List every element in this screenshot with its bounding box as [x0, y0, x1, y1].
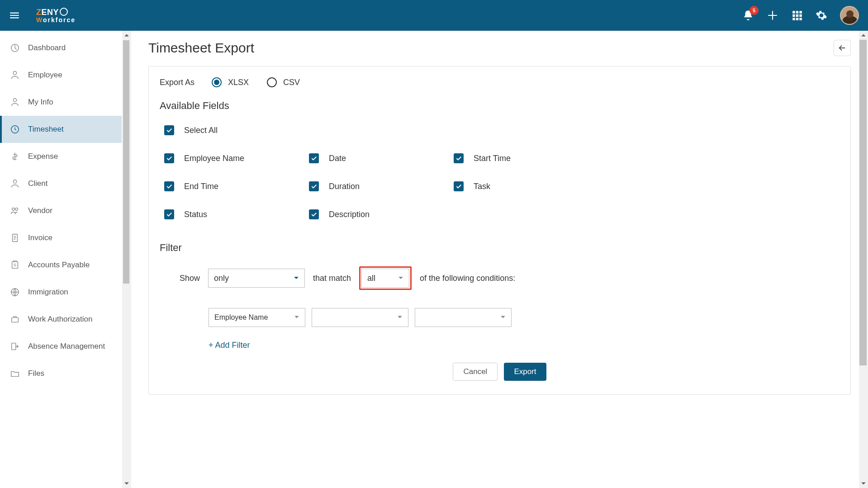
plus-icon	[767, 9, 778, 21]
checkbox-icon	[309, 181, 319, 191]
field-label: Employee Name	[184, 154, 244, 163]
header-actions: 5	[742, 6, 859, 25]
svg-rect-11	[12, 343, 16, 350]
field-checkbox-status[interactable]: Status	[164, 209, 309, 219]
people-icon	[10, 206, 20, 216]
person-icon	[10, 97, 20, 107]
format-radio-xlsx[interactable]: XLSX	[212, 77, 249, 87]
sidebar-scrollbar[interactable]	[122, 31, 131, 488]
folder-icon	[10, 369, 20, 379]
chevron-down-icon	[500, 313, 506, 322]
sidebar-item-label: Absence Management	[28, 342, 105, 351]
field-label: Start Time	[474, 154, 511, 163]
gear-icon	[816, 9, 827, 21]
scroll-up-button[interactable]	[859, 31, 868, 40]
checkbox-icon	[164, 209, 174, 219]
sidebar-item-accounts-payable[interactable]: Accounts Payable	[0, 251, 122, 279]
scrollbar-thumb[interactable]	[123, 40, 130, 284]
svg-point-1	[13, 71, 16, 75]
user-avatar[interactable]	[840, 6, 859, 25]
person-icon	[10, 70, 20, 80]
checkbox-icon	[454, 181, 464, 191]
select-all-label: Select All	[184, 126, 218, 135]
format-label: XLSX	[228, 78, 249, 87]
field-label: Description	[329, 210, 370, 219]
scroll-down-button[interactable]	[122, 479, 131, 488]
checkbox-icon	[164, 181, 174, 191]
scrollbar-thumb[interactable]	[859, 40, 867, 365]
notification-badge: 5	[749, 6, 759, 15]
sidebar-item-label: Work Authorization	[28, 315, 92, 324]
export-button[interactable]: Export	[504, 363, 546, 381]
field-label: Task	[474, 182, 490, 191]
chevron-down-icon	[294, 274, 299, 283]
field-checkbox-start-time[interactable]: Start Time	[454, 153, 598, 163]
doc-icon	[10, 233, 20, 243]
filter-match-highlight: all	[359, 266, 412, 290]
sidebar-item-label: Files	[28, 369, 44, 378]
condition-operator-dropdown[interactable]	[312, 308, 408, 327]
chevron-up-icon	[861, 33, 866, 38]
sidebar-item-employee[interactable]: Employee	[0, 62, 122, 89]
field-checkbox-task[interactable]: Task	[454, 181, 598, 191]
field-checkbox-duration[interactable]: Duration	[309, 181, 454, 191]
sidebar-item-label: My Info	[28, 98, 53, 107]
menu-toggle-button[interactable]	[5, 6, 24, 24]
field-checkbox-date[interactable]: Date	[309, 153, 454, 163]
select-all-checkbox[interactable]: Select All	[164, 125, 840, 135]
sidebar-item-work-authorization[interactable]: Work Authorization	[0, 306, 122, 333]
sidebar-item-vendor[interactable]: Vendor	[0, 197, 122, 224]
chevron-down-icon	[397, 313, 403, 322]
field-checkbox-end-time[interactable]: End Time	[164, 181, 309, 191]
notifications-button[interactable]: 5	[742, 9, 754, 21]
svg-point-6	[15, 208, 18, 211]
add-filter-button[interactable]: + Add Filter	[209, 341, 840, 350]
filter-show-label: Show	[180, 274, 200, 283]
filter-that-match-label: that match	[313, 274, 351, 283]
sidebar-item-my-info[interactable]: My Info	[0, 89, 122, 116]
chevron-down-icon	[398, 274, 403, 283]
logo-circle-icon	[60, 8, 68, 16]
main-scrollbar[interactable]	[859, 31, 868, 488]
field-label: End Time	[184, 182, 218, 191]
cancel-button[interactable]: Cancel	[453, 363, 498, 381]
page-title: Timesheet Export	[148, 40, 254, 56]
sidebar-item-invoice[interactable]: Invoice	[0, 224, 122, 251]
filter-match-dropdown[interactable]: all	[361, 269, 409, 288]
checkbox-icon	[309, 153, 319, 163]
sidebar-item-timesheet[interactable]: Timesheet	[0, 116, 122, 143]
export-as-label: Export As	[160, 78, 194, 87]
apps-button[interactable]	[791, 9, 803, 21]
scroll-down-button[interactable]	[859, 479, 868, 488]
sidebar-item-client[interactable]: Client	[0, 170, 122, 197]
sidebar-item-label: Client	[28, 179, 47, 188]
sidebar-item-expense[interactable]: Expense	[0, 143, 122, 170]
field-checkbox-employee-name[interactable]: Employee Name	[164, 153, 309, 163]
back-button[interactable]	[834, 40, 851, 56]
exit-icon	[10, 341, 20, 351]
sidebar-item-files[interactable]: Files	[0, 360, 122, 387]
settings-button[interactable]	[816, 9, 827, 21]
briefcase-icon	[10, 314, 20, 324]
condition-value-dropdown[interactable]	[415, 308, 512, 327]
sidebar-item-label: Vendor	[28, 206, 52, 215]
scroll-up-button[interactable]	[122, 31, 131, 40]
chevron-up-icon	[124, 33, 129, 38]
globe-icon	[10, 287, 20, 297]
sidebar-item-absence-management[interactable]: Absence Management	[0, 333, 122, 360]
field-checkbox-description[interactable]: Description	[309, 209, 454, 219]
condition-field-dropdown[interactable]: Employee Name	[209, 308, 305, 327]
sidebar-item-immigration[interactable]: Immigration	[0, 279, 122, 306]
filter-scope-dropdown[interactable]: only	[208, 269, 305, 288]
svg-point-5	[12, 208, 14, 211]
add-button[interactable]	[767, 9, 778, 21]
filter-heading: Filter	[160, 242, 840, 254]
sidebar-item-dashboard[interactable]: Dashboard	[0, 34, 122, 62]
grid-icon	[791, 9, 803, 21]
checkbox-icon	[454, 153, 464, 163]
sidebar-item-label: Dashboard	[28, 43, 66, 52]
format-radio-csv[interactable]: CSV	[267, 77, 300, 87]
chevron-down-icon	[124, 481, 129, 486]
sidebar-item-label: Invoice	[28, 233, 52, 242]
sidebar-item-label: Employee	[28, 71, 62, 80]
